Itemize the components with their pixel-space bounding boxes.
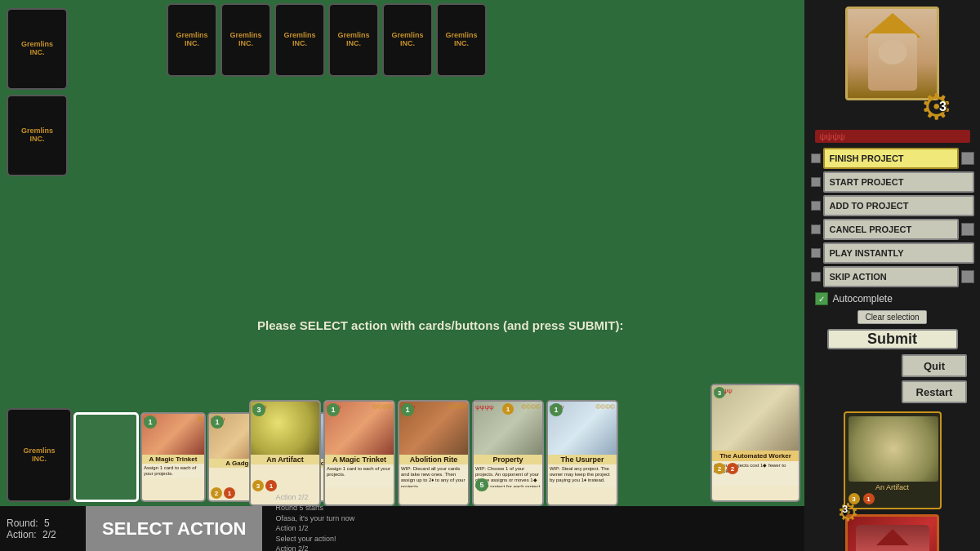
opp-card-4: Gremlins INC.: [328, 3, 379, 77]
deck-pile: GremlinsINC. GremlinsINC.: [7, 8, 68, 176]
card-cost-gadget: 1: [211, 415, 224, 429]
finish-project-extra: [961, 152, 974, 165]
cancel-project-checkbox[interactable]: [811, 224, 821, 234]
player-gear-badge: ⚙ 3: [920, 89, 965, 125]
finish-project-checkbox[interactable]: [811, 153, 821, 163]
action-label: Action:: [7, 529, 37, 540]
board-name-trinket: A Magic Trinket: [325, 455, 394, 464]
board-name-abolition: Abolition Rite: [399, 455, 468, 464]
board-card-usurper[interactable]: ψψψ ©©©© The Usurper WIP: Steal any proj…: [546, 400, 618, 506]
board-desc-usurper: WIP: Steal any project. The owner may ke…: [548, 464, 617, 487]
action-buttons-panel: FINISH PROJECT START PROJECT ADD TO PROJ…: [811, 148, 974, 287]
game-board: Gremlins INC. Gremlins INC. Gremlins INC…: [0, 0, 980, 551]
board-name-property: Property: [474, 455, 542, 464]
avatar-face: [848, 9, 937, 98]
opp-card-5: Gremlins INC.: [382, 3, 433, 77]
card-desc-trinket: Assign 1 card to each of your projects.: [142, 464, 204, 478]
play-instantly-checkbox[interactable]: [811, 248, 821, 258]
gear-count: 3: [939, 100, 947, 114]
round-action-info: Round: 5 Action: 2/2: [0, 514, 78, 544]
autocomplete-checkbox[interactable]: ✓: [815, 292, 828, 305]
finish-project-row: FINISH PROJECT: [811, 148, 974, 169]
opp-card-1: Gremlins INC.: [167, 3, 217, 77]
opp-card-2: Gremlins INC.: [220, 3, 271, 77]
deck-card-2: GremlinsINC.: [7, 95, 68, 176]
board-cost-trinket: 1: [327, 403, 340, 416]
board-card-abolition[interactable]: ψψψ ©©©© Abolition Rite WIP: Discard all…: [398, 400, 470, 506]
bottom-gear-count: 3: [842, 503, 848, 515]
hand-facedown[interactable]: GremlinsINC.: [7, 408, 72, 502]
board-cost-abolition: 1: [401, 403, 414, 416]
submit-button[interactable]: Submit: [827, 329, 958, 349]
round-label: Round:: [7, 518, 38, 529]
artifact-panel-label: An Artifact: [849, 483, 937, 491]
opponent-hand: Gremlins INC. Gremlins INC. Gremlins INC…: [163, 0, 804, 80]
artifact-panel-art: [849, 416, 938, 482]
board-name-artifact: An Artifact: [251, 455, 319, 464]
card-cost-trinket: 1: [144, 415, 157, 429]
action-log: Action 2/2 Round 5 starts Ofasa, it's yo…: [270, 491, 359, 551]
start-project-button[interactable]: START PROJECT: [823, 171, 974, 193]
start-project-checkbox[interactable]: [811, 177, 821, 187]
board-desc-trinket: Assign 1 card to each of your projects.: [325, 464, 394, 487]
start-project-row: START PROJECT: [811, 171, 974, 193]
card-name-trinket: A Magic Trinket: [142, 455, 204, 464]
skip-action-row: SKIP ACTION: [811, 266, 974, 287]
board-desc-abolition: WIP: Discard all your cards and take new…: [399, 464, 468, 487]
board-cost-usurper: 1: [550, 403, 563, 416]
restart-button[interactable]: Restart: [902, 380, 967, 403]
skip-action-checkbox[interactable]: [811, 272, 821, 282]
opp-card-3: Gremlins INC.: [274, 3, 325, 77]
hand-selected-slot[interactable]: [74, 412, 139, 502]
bottom-avatar-area: Development Build ⚙ 3: [845, 514, 939, 551]
skip-extra: [961, 270, 974, 283]
hand-card-trinket[interactable]: ψψ ⚙ A Magic Trinket Assign 1 card to ea…: [140, 412, 206, 502]
play-instantly-row: PLAY INSTANTLY: [811, 242, 974, 264]
finish-project-button[interactable]: FINISH PROJECT: [823, 148, 959, 169]
resource-bar: ψψψψ: [815, 130, 970, 143]
opp-project-area: ψψψψ The Automated Worker All your proje…: [710, 384, 800, 502]
quit-button[interactable]: Quit: [902, 354, 967, 377]
play-instantly-button[interactable]: PLAY INSTANTLY: [823, 242, 974, 264]
cancel-project-row: CANCEL PROJECT: [811, 219, 974, 240]
cancel-extra: [961, 223, 974, 236]
add-project-row: ADD TO PROJECT: [811, 195, 974, 216]
skip-action-button[interactable]: SKIP ACTION: [823, 266, 959, 287]
right-panel: ⚙ 3 ψψψψ FINISH PROJECT START PROJECT AD…: [804, 0, 980, 551]
add-project-button[interactable]: ADD TO PROJECT: [823, 195, 974, 216]
bottom-bar: Round: 5 Action: 2/2 SELECT ACTION Actio…: [0, 506, 804, 551]
deck-card-1: GremlinsINC.: [7, 8, 68, 90]
autocomplete-label: Autocomplete: [833, 293, 893, 304]
board-card-property[interactable]: ψψψψ ©©©© Property WIP: Choose 1 of your…: [472, 400, 544, 506]
autocomplete-row: ✓ Autocomplete: [815, 292, 970, 305]
quit-restart-area: Quit Restart: [811, 354, 973, 403]
round-value: 5: [44, 518, 50, 529]
prompt-text: Please SELECT action with cards/buttons …: [257, 318, 623, 332]
opp-card-6: Gremlins INC.: [436, 3, 487, 77]
board-cost-artifact: 3: [252, 403, 265, 416]
opp-project-art: [712, 385, 799, 451]
action-value: 2/2: [42, 529, 56, 540]
board-name-usurper: The Usurper: [548, 455, 617, 464]
add-project-checkbox[interactable]: [811, 201, 821, 211]
clear-selection-button[interactable]: Clear selection: [858, 310, 926, 324]
opp-project-card: ψψψψ The Automated Worker All your proje…: [710, 384, 800, 502]
artifact-right-panel: An Artifact 3 1: [844, 411, 942, 509]
cancel-project-button[interactable]: CANCEL PROJECT: [823, 219, 959, 240]
select-action-label: SELECT ACTION: [86, 506, 262, 551]
bottom-avatar: [845, 514, 939, 551]
opp-project-name: The Automated Worker: [712, 451, 799, 461]
